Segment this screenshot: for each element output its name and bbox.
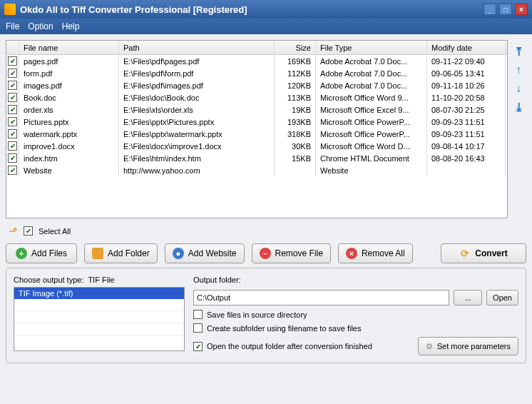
move-bottom-button[interactable]: ⤓ bbox=[511, 100, 526, 114]
menubar: File Option Help bbox=[0, 19, 532, 34]
row-checkbox[interactable] bbox=[8, 93, 17, 102]
cell-date bbox=[427, 164, 506, 176]
opt2-label: Create subfolder using filename to save … bbox=[207, 324, 361, 333]
row-checkbox[interactable] bbox=[8, 141, 17, 151]
table-row[interactable]: Book.docE:\Files\doc\Book.doc113KBMicros… bbox=[6, 91, 507, 103]
cell-size: 19KB bbox=[275, 103, 316, 116]
folder-icon bbox=[92, 248, 103, 259]
cell-size: 169KB bbox=[275, 55, 316, 67]
output-type-option[interactable]: TIF Image (*.tif) bbox=[14, 288, 184, 299]
table-row[interactable]: pages.pdfE:\Files\pdf\pages.pdf169KBAdob… bbox=[6, 55, 507, 67]
cell-type: Microsoft Office PowerP... bbox=[316, 116, 427, 128]
row-checkbox[interactable] bbox=[8, 117, 17, 126]
set-more-parameters-button[interactable]: ⚙Set more parameters bbox=[418, 337, 518, 355]
cell-date: 09-06-05 13:41 bbox=[427, 67, 506, 79]
app-icon bbox=[4, 4, 16, 15]
cell-name: form.pdf bbox=[19, 67, 119, 79]
remove-all-button[interactable]: ×Remove All bbox=[338, 243, 413, 263]
row-checkbox[interactable] bbox=[8, 129, 17, 138]
output-folder-input[interactable] bbox=[193, 290, 449, 305]
table-row[interactable]: Websitehttp://www.yahoo.comWebsite bbox=[6, 164, 507, 176]
move-down-button[interactable]: ↓ bbox=[511, 81, 526, 96]
table-row[interactable]: Pictures.pptxE:\Files\pptx\Pictures.pptx… bbox=[6, 116, 507, 128]
file-grid[interactable]: File name Path Size File Type Modify dat… bbox=[6, 40, 508, 218]
cell-date: 09-11-18 10:26 bbox=[427, 79, 506, 91]
cell-path: http://www.yahoo.com bbox=[119, 164, 275, 176]
cell-name: improve1.docx bbox=[19, 140, 119, 152]
cell-type: Adobe Acrobat 7.0 Doc... bbox=[316, 79, 427, 91]
close-button[interactable]: × bbox=[515, 4, 528, 15]
menu-help[interactable]: Help bbox=[62, 21, 80, 31]
cell-date: 09-11-22 09:40 bbox=[427, 55, 506, 67]
maximize-button[interactable]: □ bbox=[499, 4, 512, 15]
x-icon: × bbox=[346, 248, 357, 259]
output-type-list[interactable]: TIF Image (*.tif) bbox=[14, 287, 185, 351]
select-all-label: Select All bbox=[39, 227, 71, 236]
cell-size: 30KB bbox=[275, 140, 316, 152]
open-folder-button[interactable]: Open bbox=[486, 290, 518, 305]
table-row[interactable]: form.pdfE:\Files\pdf\form.pdf112KBAdobe … bbox=[6, 67, 507, 79]
opt3-label: Open the output folder after conversion … bbox=[207, 342, 372, 350]
table-row[interactable]: index.htmE:\Files\htm\index.htm15KBChrom… bbox=[6, 152, 507, 164]
cell-name: images.pdf bbox=[19, 79, 119, 91]
open-after-checkbox[interactable] bbox=[193, 342, 203, 351]
cell-type: Microsoft Office Word D... bbox=[316, 140, 427, 152]
row-checkbox[interactable] bbox=[8, 69, 17, 78]
cell-name: pages.pdf bbox=[19, 55, 119, 67]
menu-option[interactable]: Option bbox=[28, 21, 53, 31]
remove-file-button[interactable]: –Remove File bbox=[252, 243, 331, 263]
convert-button[interactable]: ⟳Convert bbox=[441, 243, 526, 263]
cell-date: 08-07-30 21:25 bbox=[427, 103, 506, 116]
table-row[interactable]: order.xlsE:\Files\xls\order.xls19KBMicro… bbox=[6, 103, 507, 116]
cell-path: E:\Files\pptx\Pictures.pptx bbox=[119, 116, 275, 128]
move-top-button[interactable]: ⤒ bbox=[511, 44, 526, 59]
cell-name: index.htm bbox=[19, 152, 119, 164]
row-checkbox[interactable] bbox=[8, 81, 17, 90]
create-subfolder-checkbox[interactable] bbox=[193, 323, 203, 333]
col-date[interactable]: Modify date bbox=[427, 41, 506, 54]
opt1-label: Save files in source directory bbox=[207, 310, 307, 319]
cell-name: Book.doc bbox=[19, 91, 119, 103]
minimize-button[interactable]: _ bbox=[484, 4, 496, 15]
cell-date: 11-10-20 20:58 bbox=[427, 91, 506, 103]
col-name[interactable]: File name bbox=[19, 41, 119, 54]
cell-size: 113KB bbox=[275, 91, 316, 103]
cell-type: Chrome HTML Document bbox=[316, 152, 427, 164]
add-folder-button[interactable]: Add Folder bbox=[84, 243, 158, 263]
titlebar: Okdo All to Tiff Converter Professional … bbox=[0, 0, 532, 19]
grid-header: File name Path Size File Type Modify dat… bbox=[6, 41, 507, 55]
row-checkbox[interactable] bbox=[8, 56, 17, 66]
cell-date: 09-09-23 11:51 bbox=[427, 116, 506, 128]
choose-output-type-label: Choose output type: TIF File bbox=[14, 276, 185, 284]
row-checkbox[interactable] bbox=[8, 166, 17, 175]
cell-size: 15KB bbox=[275, 152, 316, 164]
move-up-button[interactable]: ↑ bbox=[511, 63, 526, 77]
save-in-source-checkbox[interactable] bbox=[193, 310, 203, 319]
add-files-button[interactable]: +Add Files bbox=[6, 243, 77, 263]
cell-type: Adobe Acrobat 7.0 Doc... bbox=[316, 67, 427, 79]
row-checkbox[interactable] bbox=[8, 105, 17, 114]
table-row[interactable]: improve1.docxE:\Files\docx\improve1.docx… bbox=[6, 140, 507, 152]
col-path[interactable]: Path bbox=[119, 41, 275, 54]
cell-path: E:\Files\pptx\watermark.pptx bbox=[119, 128, 275, 140]
cell-date: 09-09-23 11:51 bbox=[427, 128, 506, 140]
cell-name: order.xls bbox=[19, 103, 119, 116]
cell-name: watermark.pptx bbox=[19, 128, 119, 140]
cell-name: Pictures.pptx bbox=[19, 116, 119, 128]
table-row[interactable]: watermark.pptxE:\Files\pptx\watermark.pp… bbox=[6, 128, 507, 140]
cell-path: E:\Files\htm\index.htm bbox=[119, 152, 275, 164]
folder-up-icon[interactable]: ⬏ bbox=[9, 224, 18, 238]
cell-path: E:\Files\pdf\pages.pdf bbox=[119, 55, 275, 67]
row-checkbox[interactable] bbox=[8, 153, 17, 163]
select-all-checkbox[interactable] bbox=[24, 226, 33, 236]
globe-icon: ● bbox=[173, 248, 184, 259]
cell-date: 09-08-14 10:17 bbox=[427, 140, 506, 152]
menu-file[interactable]: File bbox=[6, 21, 19, 31]
browse-button[interactable]: ... bbox=[454, 290, 482, 305]
cell-path: E:\Files\pdf\form.pdf bbox=[119, 67, 275, 79]
table-row[interactable]: images.pdfE:\Files\pdf\images.pdf120KBAd… bbox=[6, 79, 507, 91]
cell-type: Microsoft Office PowerP... bbox=[316, 128, 427, 140]
col-type[interactable]: File Type bbox=[316, 41, 427, 54]
col-size[interactable]: Size bbox=[275, 41, 316, 54]
add-website-button[interactable]: ●Add Website bbox=[165, 243, 245, 263]
